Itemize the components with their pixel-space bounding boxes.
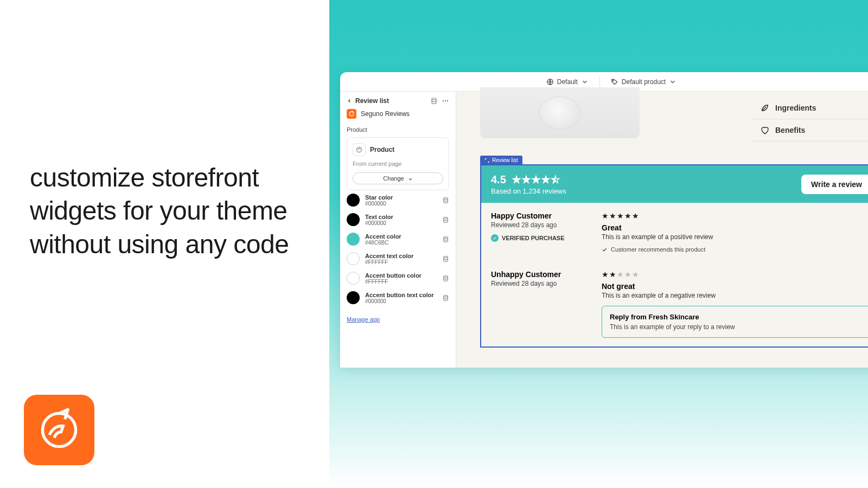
color-hex: #FFFFFF xyxy=(365,279,437,285)
section-label: Product xyxy=(347,126,449,133)
reply-box: Reply from Fresh Skincare This is an exa… xyxy=(602,306,868,338)
product-image xyxy=(480,87,640,138)
write-review-button[interactable]: Write a review xyxy=(801,175,868,194)
brand-logo xyxy=(24,395,94,465)
color-setting-row[interactable]: Accent color#48C6BC xyxy=(347,229,449,249)
product-thumb-icon xyxy=(353,143,366,156)
theme-selector[interactable]: Default xyxy=(546,78,589,86)
product-label: Product xyxy=(370,146,394,153)
reply-title: Reply from Fresh Skincare xyxy=(610,313,864,321)
chevron-down-icon xyxy=(581,78,589,86)
product-caption: From current page xyxy=(353,160,443,167)
color-swatch xyxy=(347,233,360,246)
review-date: Reviewed 28 days ago xyxy=(491,221,589,229)
review-stars: ★★★★★ xyxy=(602,270,868,279)
review-widget: 4.5 ★★★★☆★ Based on 1,234 reviews Write … xyxy=(480,164,868,348)
color-setting-row[interactable]: Text color#000000 xyxy=(347,210,449,229)
color-hex: #48C6BC xyxy=(365,240,437,246)
expand-icon xyxy=(484,158,490,163)
review-row: Unhappy Customer Reviewed 28 days ago ★★… xyxy=(481,261,868,346)
svg-point-7 xyxy=(444,217,448,219)
app-icon xyxy=(347,109,356,119)
chevron-left-icon xyxy=(347,98,352,104)
color-setting-row[interactable]: Accent text color#FFFFFF xyxy=(347,249,449,268)
database-icon[interactable] xyxy=(430,97,438,105)
globe-icon xyxy=(546,78,554,86)
database-icon[interactable] xyxy=(442,294,449,301)
color-setting-row[interactable]: Accent button color#FFFFFF xyxy=(347,268,449,288)
review-body: This is an example of a positive review xyxy=(602,233,868,241)
svg-point-10 xyxy=(444,275,448,277)
svg-point-5 xyxy=(356,147,361,152)
storefront-preview: Ingredients Benefits Review list xyxy=(456,92,868,368)
app-row: Seguno Reviews xyxy=(347,109,449,119)
manage-app-link[interactable]: Manage app xyxy=(347,316,380,323)
tag-icon xyxy=(611,78,618,86)
svg-point-8 xyxy=(444,236,448,238)
color-hex: #000000 xyxy=(365,298,437,304)
check-icon: ✓ xyxy=(491,234,499,242)
rating-score: 4.5 xyxy=(491,174,506,186)
chevron-down-icon xyxy=(408,177,413,182)
color-label: Accent button color xyxy=(365,272,437,279)
accordion-benefits[interactable]: Benefits xyxy=(752,119,868,142)
review-row: Happy Customer Reviewed 28 days ago ✓ VE… xyxy=(481,203,868,261)
color-swatch xyxy=(347,272,360,285)
color-setting-row[interactable]: Accent button text color#000000 xyxy=(347,288,449,307)
check-icon xyxy=(602,247,608,253)
chevron-down-icon xyxy=(669,78,676,86)
color-label: Star color xyxy=(365,194,437,201)
svg-point-9 xyxy=(444,256,448,258)
reviewer-name: Unhappy Customer xyxy=(491,270,589,279)
color-label: Text color xyxy=(365,214,437,220)
color-setting-row[interactable]: Star color#000000 xyxy=(347,190,449,210)
svg-point-0 xyxy=(42,413,75,446)
rating-subline: Based on 1,234 reviews xyxy=(491,187,566,195)
svg-point-6 xyxy=(444,197,448,199)
color-label: Accent text color xyxy=(365,253,437,259)
review-stars: ★★★★★ xyxy=(602,211,868,220)
color-hex: #FFFFFF xyxy=(365,259,437,265)
svg-point-2 xyxy=(612,80,614,81)
settings-sidebar: Review list ⋯ Seguno Reviews Product xyxy=(340,92,456,368)
review-title: Great xyxy=(602,223,868,232)
color-label: Accent button text color xyxy=(365,292,437,298)
marketing-headline: customize storefront widgets for your th… xyxy=(30,161,289,261)
product-selector[interactable]: Default product xyxy=(611,78,676,86)
reviewer-name: Happy Customer xyxy=(491,211,589,220)
more-icon[interactable]: ⋯ xyxy=(442,97,449,105)
database-icon[interactable] xyxy=(442,216,449,223)
theme-editor-window: Default Default product Review list xyxy=(340,72,868,368)
color-swatch xyxy=(347,213,360,226)
svg-point-11 xyxy=(444,295,448,297)
color-hex: #000000 xyxy=(365,220,437,226)
color-label: Accent color xyxy=(365,233,437,240)
verified-badge: ✓ VERIFIED PURCHASE xyxy=(491,234,589,242)
change-button[interactable]: Change xyxy=(353,172,443,184)
database-icon[interactable] xyxy=(442,275,449,282)
leaf-icon xyxy=(760,103,770,113)
color-swatch xyxy=(347,291,360,304)
rating-stars: ★★★★☆★ xyxy=(512,173,560,186)
database-icon[interactable] xyxy=(442,197,449,204)
color-hex: #000000 xyxy=(365,201,437,207)
accordion-ingredients[interactable]: Ingredients xyxy=(752,97,868,119)
color-swatch xyxy=(347,252,360,265)
review-header: 4.5 ★★★★☆★ Based on 1,234 reviews Write … xyxy=(481,165,868,203)
back-button[interactable]: Review list xyxy=(347,97,389,105)
review-title: Not great xyxy=(602,282,868,291)
review-date: Reviewed 28 days ago xyxy=(491,280,589,287)
section-badge[interactable]: Review list xyxy=(480,156,522,165)
database-icon[interactable] xyxy=(442,236,449,243)
color-swatch xyxy=(347,194,360,207)
heart-icon xyxy=(760,125,770,135)
svg-point-4 xyxy=(349,112,354,116)
database-icon[interactable] xyxy=(442,255,449,262)
review-body: This is an example of a negative review xyxy=(602,292,868,299)
recommends-text: Customer recommends this product xyxy=(602,246,868,253)
reply-body: This is an example of your reply to a re… xyxy=(610,323,864,331)
svg-point-3 xyxy=(432,98,436,100)
